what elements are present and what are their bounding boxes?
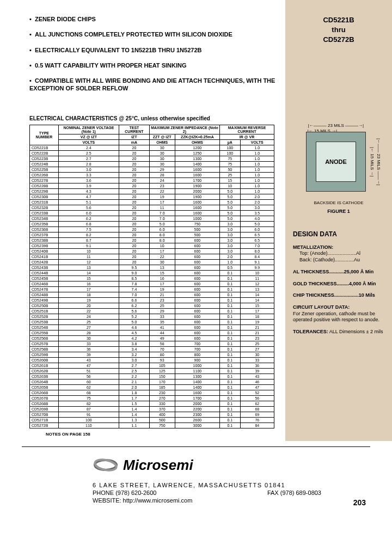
table-cell: 11 xyxy=(240,276,274,281)
table-cell: 20 xyxy=(119,194,150,199)
table-row: CD5227B3.620241700151.0 xyxy=(30,177,274,183)
table-cell: 750 xyxy=(175,221,220,226)
table-cell: CD5270B xyxy=(30,412,59,417)
bullet-item: •ELECTRICALLY EQUIVALENT TO 1N5221B THRU… xyxy=(29,46,279,54)
table-cell: 1400 xyxy=(175,161,220,167)
table-row: CD5266B681.823016000.152 xyxy=(30,390,274,395)
th-ir: IR @ VR xyxy=(220,134,274,139)
circuit-layout: CIRCUIT LAYOUT DATA: For Zener operation… xyxy=(293,304,384,323)
table-cell: 87 xyxy=(58,406,119,412)
table-cell: 20 xyxy=(119,145,150,150)
table-cell: 11 xyxy=(58,254,119,259)
notes-line: NOTES ON PAGE 158 xyxy=(46,432,274,437)
table-cell: 1.4 xyxy=(119,406,150,412)
bullet-text: 0.5 WATT CAPABILITY WITH PROPER HEAT SIN… xyxy=(35,62,186,69)
circuit-text: For Zener operation, cathode must be ope… xyxy=(293,311,379,323)
th-maximp: MAXIMUM ZENER IMPEDANCE (Note 2) xyxy=(149,125,219,134)
table-cell: 20 xyxy=(119,205,150,210)
table-cell: 2300 xyxy=(175,412,220,417)
table-cell: CD5235B xyxy=(30,221,59,226)
part-bot: CD5272B xyxy=(285,35,392,45)
al-thickness: AL THICKNESS...........25,000 Å Min xyxy=(293,269,384,276)
table-cell: 1600 xyxy=(175,172,220,177)
table-cell: 0.1 xyxy=(220,292,240,297)
table-cell: 7.0 xyxy=(149,210,175,216)
address-block: 6 LAKE STREET, LAWRENCE, MASSACHUSETTS 0… xyxy=(93,481,370,505)
table-cell: 20 xyxy=(119,188,150,194)
table-cell: 5.0 xyxy=(119,319,150,325)
table-cell: 20 xyxy=(119,243,150,248)
table-cell: 20 xyxy=(119,254,150,259)
th-nominal: NOMINAL ZENER VOLTAGE (Note 1) xyxy=(58,125,119,134)
table-cell: 1.0 xyxy=(240,188,274,194)
table-row: CD5256B304.2496000.123 xyxy=(30,335,274,341)
table-cell: 0.1 xyxy=(220,406,240,412)
table-cell: 185 xyxy=(149,384,175,390)
table-cell: 2.0 xyxy=(119,384,150,390)
chip-thickness: CHIP THICKNESS..................10 Mils xyxy=(293,292,384,299)
table-row: CD5230B4.7201919005.02.0 xyxy=(30,194,274,199)
table-cell: 19 xyxy=(240,319,274,325)
table-cell: CD5261B xyxy=(30,363,59,368)
table-cell: 6.0 xyxy=(149,226,175,232)
table-cell: 30 xyxy=(149,150,175,156)
table-cell: CD5230B xyxy=(30,194,59,199)
table-row: CD5262B512.512511000.139 xyxy=(30,368,274,374)
table-cell: 17 xyxy=(240,308,274,314)
bullet-item: •ZENER DIODE CHIPS xyxy=(29,15,279,23)
table-cell: CD5239B xyxy=(30,243,59,248)
table-cell: 13 xyxy=(58,265,119,270)
table-cell: 500 xyxy=(149,417,175,423)
table-cell: 0.1 xyxy=(220,319,240,325)
table-cell: 3.6 xyxy=(58,177,119,183)
table-cell: 7.0 xyxy=(119,292,150,297)
table-cell: 50 xyxy=(220,167,240,172)
th-u-volts: VOLTS xyxy=(58,139,119,145)
part-mid: thru xyxy=(285,25,392,35)
table-cell: CD5224B xyxy=(30,161,59,167)
table-cell: 600 xyxy=(175,308,220,314)
table-cell: 1.8 xyxy=(119,390,150,395)
table-cell: 68 xyxy=(58,390,119,395)
table-cell: 82 xyxy=(58,401,119,406)
table-cell: 1200 xyxy=(175,145,220,150)
table-cell: CD5225B xyxy=(30,167,59,172)
table-cell: CD5222B xyxy=(30,150,59,156)
table-cell: 35 xyxy=(149,319,175,325)
chip-diagram: |←——— 23 MILS ———→| |← 15 MILS →| ANODE … xyxy=(301,122,377,198)
table-cell: 20 xyxy=(119,172,150,177)
table-cell: 5.2 xyxy=(119,314,150,319)
table-cell: 500 xyxy=(175,226,220,232)
table-cell: 56 xyxy=(58,374,119,379)
table-cell: 20 xyxy=(119,216,150,221)
table-row: CD5264B602.117014000.146 xyxy=(30,379,274,384)
table-cell: 600 xyxy=(175,314,220,319)
th-u-ua: µA xyxy=(220,139,240,145)
table-cell: 3.0 xyxy=(58,167,119,172)
figure-label: FIGURE 1 xyxy=(293,209,384,214)
table-row: CD5240B1020176003.08.0 xyxy=(30,248,274,254)
table-cell: 33 xyxy=(58,341,119,346)
table-cell: 600 xyxy=(175,335,220,341)
table-cell: 0.1 xyxy=(220,335,240,341)
table-cell: 12 xyxy=(240,281,274,286)
table-cell: 29 xyxy=(149,167,175,172)
table-cell: 6.5 xyxy=(240,232,274,237)
table-cell: 170 xyxy=(149,379,175,384)
fax: FAX (978) 689-0803 xyxy=(267,489,321,497)
table-cell: CD5238B xyxy=(30,237,59,243)
table-cell: 6.6 xyxy=(119,297,150,303)
table-row: CD5221B2.4203012001001.0 xyxy=(30,145,274,150)
table-cell: 6.2 xyxy=(58,216,119,221)
table-cell: 600 xyxy=(175,325,220,330)
table-row: CD5265B622.018514000.147 xyxy=(30,384,274,390)
table-cell: 20 xyxy=(119,167,150,172)
table-cell: 5.0 xyxy=(220,194,240,199)
table-row: CD5253B255.0356000.119 xyxy=(30,319,274,325)
table-cell: CD5271B xyxy=(30,417,59,423)
table-cell: 3.0 xyxy=(220,232,240,237)
table-cell: 5.0 xyxy=(149,221,175,226)
table-row: CD5242B1220306001.09.1 xyxy=(30,259,274,265)
th-test: TEST CURRENT xyxy=(119,125,150,134)
table-cell: 6.8 xyxy=(58,221,119,226)
